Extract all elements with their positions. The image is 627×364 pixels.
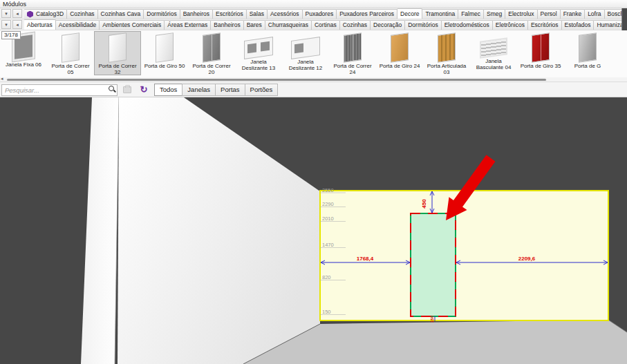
catalog-tab[interactable]: Cozinhas <box>66 9 97 19</box>
item-strip: 3/178 Janela Fixa 06 Porta de Correr 05 … <box>0 30 627 78</box>
catalog-item[interactable]: Porta de Correr 05 <box>47 31 94 75</box>
tab-label: Acessibilidade <box>59 21 96 30</box>
category-tab[interactable]: Cozinhas <box>339 20 371 30</box>
catalog-tab-row: ▾ ◂ Catalog3D Cozinhas Cozinhas Cava Dor… <box>0 8 627 19</box>
tab-label: Cortinas <box>315 21 337 30</box>
tab-label: Ambientes Comerciais <box>102 21 161 30</box>
category-tab[interactable]: Escritórios <box>527 20 562 30</box>
catalog-tab[interactable]: Persol <box>537 9 561 19</box>
category-tab[interactable]: Cortinas <box>311 20 340 30</box>
catalog-tab[interactable]: Lofra <box>584 9 604 19</box>
item-label: Porta de Giro 35 <box>518 63 563 69</box>
category-tab[interactable]: Ambientes Comerciais <box>99 20 165 30</box>
item-thumbnail <box>156 32 174 63</box>
door-opening[interactable] <box>411 213 456 316</box>
tab-label: Cozinhas Cava <box>101 10 141 19</box>
catalog-tab[interactable]: Franke <box>560 9 585 19</box>
item-label: Porta de Correr 05 <box>48 63 93 75</box>
horizontal-scrollbar[interactable]: ◂ <box>0 77 627 82</box>
item-label: Janela Deslizante 12 <box>283 59 328 71</box>
item-thumbnail <box>203 32 221 63</box>
item-label: Janela Deslizante 13 <box>236 59 281 71</box>
package-button <box>120 84 134 96</box>
3d-viewport[interactable]: 2550 2290 2010 1470 820 150 1768,4 2209,… <box>0 97 627 364</box>
category-tab[interactable]: Eletrodomésticos <box>441 20 493 30</box>
category-tab[interactable]: Estofados <box>561 20 595 30</box>
package-icon <box>123 86 131 93</box>
category-tab[interactable]: Eletrônicos <box>492 20 528 30</box>
catalog-tab[interactable]: Smeg <box>483 9 505 19</box>
search-toolbar: ↻ Todos Janelas Portas Portões <box>0 82 627 97</box>
category-tab[interactable]: Decoração <box>370 20 405 30</box>
item-thumbnail <box>109 32 127 63</box>
catalog-tab[interactable]: Cozinhas Cava <box>97 9 144 19</box>
catalog-item[interactable]: Porta de Correr 20 <box>188 31 235 75</box>
category-tab[interactable]: Áreas Externas <box>164 20 211 30</box>
catalog-item[interactable]: Janela Basculante 04 <box>470 31 517 75</box>
refresh-button[interactable]: ↻ <box>137 84 151 96</box>
catalog-item[interactable]: Porta de Correr 32 <box>94 31 141 75</box>
catalog-item[interactable]: Porta de G <box>564 31 611 75</box>
catalog-tab[interactable]: Banheiros <box>180 9 213 19</box>
tab-label: Persol <box>541 10 557 19</box>
category-tab[interactable]: Banheiros <box>210 20 243 30</box>
catalog-tab[interactable]: Electrolux <box>505 9 537 19</box>
category-tab[interactable]: Acessibilidade <box>55 20 100 30</box>
catalog-item[interactable]: Porta de Giro 24 <box>376 31 423 75</box>
tab-label: Eletrodomésticos <box>444 21 489 30</box>
category-tab[interactable]: Bares <box>243 20 265 30</box>
tab-label: Catalog3D <box>36 10 64 19</box>
refresh-icon: ↻ <box>140 85 148 94</box>
catalog-tab[interactable]: Acessórios <box>267 9 303 19</box>
tab-scroll-splitter[interactable] <box>621 8 627 30</box>
height-label: 2550 <box>322 187 334 193</box>
scroll-left-icon[interactable]: ◂ <box>1 76 3 82</box>
filter-button[interactable]: Portas <box>215 84 245 96</box>
category-tab[interactable]: Churrasqueiras <box>265 20 312 30</box>
item-label: Porta de G <box>565 63 610 69</box>
catalog-tab[interactable]: Decore <box>397 8 422 19</box>
catalog-tab[interactable]: Escritórios <box>212 9 247 19</box>
filter-button[interactable]: Janelas <box>182 84 216 96</box>
catalog-tab[interactable]: Puxadores <box>302 9 337 19</box>
filter-button[interactable]: Todos <box>154 84 183 96</box>
tab-label: Franke <box>563 10 581 19</box>
tab-label: Cozinhas <box>70 10 94 19</box>
catalog-tab[interactable]: Puxadores Parceiros <box>336 9 397 19</box>
catalog-item[interactable]: Porta de Giro 35 <box>517 31 564 75</box>
category-tab[interactable]: Aberturas <box>24 19 56 30</box>
item-label: Porta de Giro 24 <box>377 63 422 69</box>
tab-label: Cozinhas <box>343 21 367 30</box>
chevron-left-icon[interactable]: ◂ <box>12 20 22 29</box>
category-tab[interactable]: Dormitórios <box>404 20 441 30</box>
catalog3d-icon <box>27 11 33 18</box>
chevron-down-icon[interactable]: ▾ <box>1 20 11 29</box>
catalog-tab[interactable]: Falmec <box>458 9 484 19</box>
catalog-tab[interactable]: Tramontina <box>422 9 458 19</box>
tab-label: Escritórios <box>531 21 559 30</box>
catalog-item[interactable]: Porta de Giro 50 <box>141 31 188 75</box>
item-list: Janela Fixa 06 Porta de Correr 05 Porta … <box>0 30 627 77</box>
catalog-item[interactable]: Porta de Correr 24 <box>329 31 376 75</box>
catalog-item[interactable]: Porta Articulada 03 <box>423 31 470 75</box>
item-thumbnail <box>244 37 273 59</box>
search-input[interactable] <box>1 84 118 96</box>
item-label: Porta Articulada 03 <box>424 63 469 75</box>
dim-label-left: 1768,4 <box>357 256 374 262</box>
tab-label: Bares <box>247 21 262 30</box>
catalog-tab[interactable]: Catalog3D <box>24 9 67 19</box>
tab-label: Decore <box>400 10 419 19</box>
catalog-tab[interactable]: Salas <box>246 9 268 19</box>
catalog-item[interactable]: Janela Deslizante 13 <box>235 31 282 75</box>
chevron-down-icon[interactable]: ▾ <box>1 9 11 18</box>
catalog-item[interactable]: Janela Deslizante 12 <box>282 31 329 75</box>
tab-label: Estofados <box>565 21 591 30</box>
filter-button[interactable]: Portões <box>245 84 279 96</box>
dim-label-bottom: 150 <box>430 315 434 323</box>
tab-label: Aberturas <box>27 21 53 30</box>
item-thumbnail <box>391 32 409 63</box>
chevron-left-icon[interactable]: ◂ <box>12 9 22 18</box>
catalog-tab[interactable]: Dormitórios <box>143 9 180 19</box>
item-thumbnail <box>438 32 456 63</box>
scrollbar-thumb[interactable] <box>7 79 546 81</box>
